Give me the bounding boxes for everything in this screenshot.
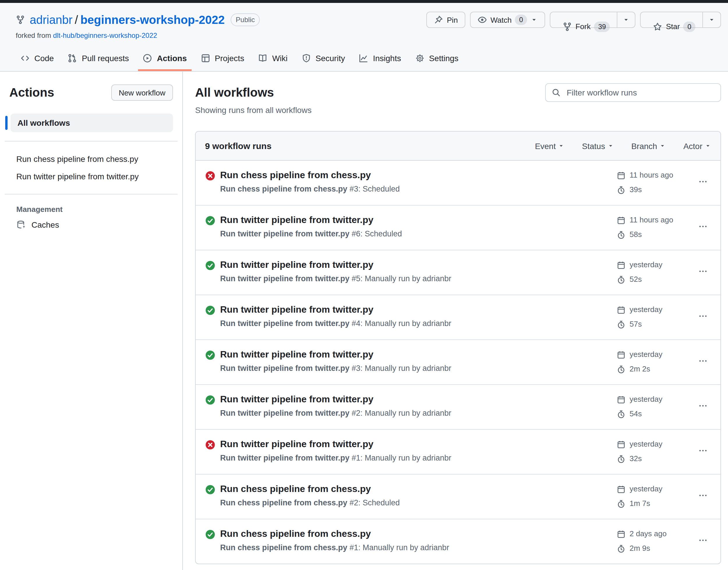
tab-insights[interactable]: Insights [354, 49, 406, 71]
run-menu-button[interactable] [696, 309, 710, 325]
new-workflow-button[interactable]: New workflow [111, 84, 173, 101]
workflow-run-row: Run twitter pipeline from twitter.py Run… [196, 384, 720, 429]
run-menu-button[interactable] [696, 399, 710, 414]
tab-actions[interactable]: Actions [138, 49, 192, 71]
run-duration: 2m 2s [617, 363, 688, 375]
run-duration: 57s [617, 318, 688, 330]
pin-label: Pin [447, 15, 458, 24]
run-title-link[interactable]: Run chess pipeline from chess.py [220, 170, 400, 181]
tab-label: Wiki [272, 54, 288, 63]
tab-pull-requests[interactable]: Pull requests [63, 49, 134, 71]
run-text-block: Run chess pipeline from chess.py Run che… [220, 528, 449, 553]
search-icon [551, 88, 561, 97]
forked-from-link[interactable]: dlt-hub/beginners-workshop-2022 [53, 31, 157, 40]
top-window-strip [0, 0, 728, 3]
tab-label: Insights [373, 54, 401, 63]
run-title-link[interactable]: Run twitter pipeline from twitter.py [220, 259, 451, 271]
run-time: yesterday [617, 439, 688, 450]
chevron-down-icon [623, 16, 630, 23]
run-text-block: Run twitter pipeline from twitter.py Run… [220, 393, 451, 418]
watch-button[interactable]: Watch 0 [470, 12, 545, 28]
event-filter-dropdown[interactable]: Event [535, 141, 565, 151]
run-title-link[interactable]: Run chess pipeline from chess.py [220, 483, 400, 495]
workflow-runs-list: Run chess pipeline from chess.py Run che… [196, 161, 720, 564]
calendar-icon [617, 171, 626, 180]
watch-label: Watch [490, 15, 512, 24]
run-title-link[interactable]: Run chess pipeline from chess.py [220, 528, 449, 540]
workflow-run-row: Run chess pipeline from chess.py Run che… [196, 519, 720, 564]
kebab-horizontal-icon [698, 446, 708, 455]
sidebar-item-twitter-workflow[interactable]: Run twitter pipeline from twitter.py [9, 168, 173, 185]
repo-name-link[interactable]: beginners-workshop-2022 [80, 13, 225, 26]
run-title-link[interactable]: Run twitter pipeline from twitter.py [220, 304, 451, 316]
run-duration: 1m 7s [617, 498, 688, 510]
run-menu-button[interactable] [696, 220, 710, 235]
kebab-horizontal-icon [698, 356, 708, 366]
stopwatch-icon [617, 230, 626, 239]
repo-forked-icon [16, 15, 25, 24]
sidebar-item-caches[interactable]: Caches [9, 216, 173, 234]
success-icon [205, 216, 216, 226]
run-time: yesterday [617, 393, 688, 405]
sidebar-divider [5, 194, 178, 195]
book-icon [258, 54, 268, 63]
stopwatch-icon [617, 320, 626, 329]
star-button[interactable]: Star 0 [640, 12, 703, 28]
workflow-run-row: Run twitter pipeline from twitter.py Run… [196, 250, 720, 295]
repo-forked-icon [562, 22, 572, 31]
run-title-link[interactable]: Run twitter pipeline from twitter.py [220, 393, 451, 405]
fork-dropdown-button[interactable] [618, 12, 636, 28]
run-menu-button[interactable] [696, 489, 710, 504]
kebab-horizontal-icon [698, 401, 708, 410]
tab-wiki[interactable]: Wiki [254, 49, 292, 71]
calendar-icon [617, 530, 626, 538]
run-menu-button[interactable] [696, 175, 710, 190]
run-time: 11 hours ago [617, 214, 688, 226]
success-icon [205, 260, 216, 271]
tab-label: Pull requests [82, 54, 129, 63]
management-section-label: Management [9, 205, 173, 214]
pin-icon [434, 15, 444, 24]
run-menu-button[interactable] [696, 444, 710, 460]
run-title-link[interactable]: Run twitter pipeline from twitter.py [220, 439, 451, 450]
run-time: yesterday [617, 483, 688, 495]
run-duration: 39s [617, 184, 688, 196]
calendar-icon [617, 395, 626, 404]
fork-button[interactable]: Fork 39 [550, 12, 618, 28]
calendar-icon [617, 350, 626, 359]
tab-label: Projects [215, 54, 244, 63]
sidebar-item-chess-workflow[interactable]: Run chess pipeline from chess.py [9, 150, 173, 168]
run-menu-button[interactable] [696, 264, 710, 280]
tab-projects[interactable]: Projects [196, 49, 249, 71]
workflow-run-row: Run chess pipeline from chess.py Run che… [196, 474, 720, 519]
status-filter-dropdown[interactable]: Status [582, 141, 614, 151]
run-meta: 11 hours ago 58s [617, 214, 688, 241]
run-menu-button[interactable] [696, 533, 710, 549]
calendar-icon [617, 305, 626, 314]
run-title-link[interactable]: Run twitter pipeline from twitter.py [220, 349, 451, 360]
sidebar-item-all-workflows[interactable]: All workflows [10, 113, 173, 132]
tab-label: Security [316, 54, 345, 63]
run-title-link[interactable]: Run twitter pipeline from twitter.py [220, 214, 402, 226]
chevron-down-icon [608, 142, 614, 149]
run-subtitle: Run twitter pipeline from twitter.py #5:… [220, 274, 451, 284]
run-subtitle: Run twitter pipeline from twitter.py #6:… [220, 229, 402, 239]
run-menu-button[interactable] [696, 354, 710, 370]
filter-workflow-runs-input[interactable] [565, 87, 715, 98]
star-dropdown-button[interactable] [703, 12, 721, 28]
pin-button[interactable]: Pin [427, 12, 466, 28]
calendar-icon [617, 440, 626, 449]
tab-settings[interactable]: Settings [410, 49, 463, 71]
branch-filter-dropdown[interactable]: Branch [631, 141, 666, 151]
repo-owner-link[interactable]: adrianbr [30, 13, 72, 26]
tab-code[interactable]: Code [16, 49, 58, 71]
actor-filter-dropdown[interactable]: Actor [684, 141, 711, 151]
tab-security[interactable]: Security [297, 49, 350, 71]
success-icon [205, 305, 216, 316]
run-text-block: Run twitter pipeline from twitter.py Run… [220, 304, 451, 329]
stopwatch-icon [617, 275, 626, 284]
run-meta: yesterday 1m 7s [617, 483, 688, 510]
actions-sidebar: Actions New workflow All workflows Run c… [0, 72, 183, 570]
chevron-down-icon [531, 16, 537, 23]
kebab-horizontal-icon [698, 536, 708, 545]
